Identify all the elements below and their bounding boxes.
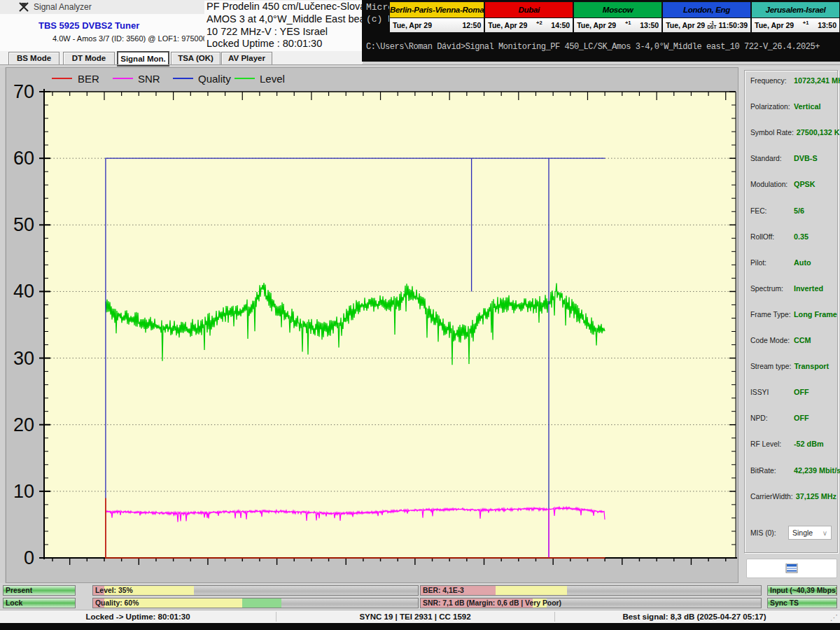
param-label: Stream type: — [750, 363, 791, 370]
clock-date: Tue, Apr 29 — [755, 21, 794, 29]
clock-jerusalem: Jerusalem-Israel Tue, Apr 29 +1 13:50 — [752, 2, 839, 32]
clock-date: Tue, Apr 29 — [393, 21, 432, 29]
svg-text:40: 40 — [13, 281, 34, 302]
clock-dubai: Dubai Tue, Apr 29 +2 14:50 — [485, 2, 574, 32]
clock-date: Tue, Apr 29 — [488, 21, 527, 29]
clock-berlin: Berlin-Paris-Vienna-Roma Tue, Apr 29 12:… — [390, 2, 485, 32]
param-value: Long Frame — [794, 310, 837, 318]
note-line: Locked Uptime : 80:01:30 — [206, 38, 363, 50]
param-value: Auto — [794, 258, 811, 267]
sync-ts-indicator: Sync TS — [767, 598, 837, 608]
svg-text:BER: BER — [78, 73, 99, 85]
clock-time-row: Tue, Apr 29 12:50 — [390, 18, 484, 32]
tab-dt-mode[interactable]: DT Mode — [63, 52, 115, 65]
app-icon — [19, 2, 29, 12]
param-row: Standard:DVB-S — [750, 154, 818, 162]
status-best-signal: Best signal: 8,3 dB (2025-04-27 05:17) — [554, 610, 834, 623]
window-title: Signal Analyzer — [34, 2, 92, 12]
param-label: FEC: — [750, 207, 791, 215]
status-uptime: Locked -> Uptime: 80:01:30 — [0, 610, 276, 623]
param-row: Stream type:Transport — [750, 362, 829, 370]
clock-dst-offset: -1DST — [707, 21, 716, 29]
clock-time: 13:50 — [640, 21, 659, 29]
param-label: BitRate: — [750, 467, 791, 475]
clock-time: 13:50 — [818, 21, 836, 29]
param-value: 37,125 MHz — [796, 492, 836, 500]
svg-text:Level: Level — [260, 73, 285, 85]
param-label: Symbol Rate: — [750, 129, 794, 136]
divider — [0, 64, 840, 65]
disk-icon — [785, 564, 798, 573]
clock-time: 14:50 — [551, 21, 570, 29]
param-value: 27500,132 KS/s — [797, 128, 840, 136]
param-label: Code Mode: — [750, 337, 791, 344]
param-label: NPD: — [750, 414, 791, 422]
param-label: CarrierWidth: — [750, 493, 793, 500]
clock-time-row: Tue, Apr 29 +1 13:50 — [752, 18, 839, 32]
svg-text:10: 10 — [13, 481, 34, 502]
param-value: 0.35 — [794, 232, 808, 241]
left-gutter — [0, 67, 6, 583]
param-label: Frequency: — [750, 77, 791, 85]
snapshot-button[interactable] — [746, 559, 837, 578]
param-row: Symbol Rate:27500,132 KS/s — [750, 128, 840, 136]
clock-offset: +1 — [803, 20, 809, 26]
tuner-name: TBS 5925 DVBS2 Tuner — [38, 20, 139, 31]
svg-text:Quality: Quality — [198, 73, 231, 85]
svg-text:50: 50 — [13, 214, 34, 235]
tab-bs-mode[interactable]: BS Mode — [8, 52, 59, 65]
clock-time-row: Tue, Apr 29 -1DST 11:50:39 — [663, 18, 750, 32]
param-value: Transport — [794, 362, 829, 370]
mis-label: MIS (0): — [750, 529, 788, 537]
signal-analyzer-screen: Signal Analyzer TBS 5925 DVBS2 Tuner 4.0… — [0, 0, 840, 630]
param-row: ISSYIOFF — [750, 388, 809, 396]
svg-text:SNR: SNR — [138, 73, 160, 85]
snr-bar: SNR: 7,1 dB (Margin: 0,6 dB | Very Poor) — [420, 598, 762, 608]
clock-time-row: Tue, Apr 29 +2 14:50 — [485, 18, 573, 32]
clock-moscow: Moscow Tue, Apr 29 +1 13:50 — [574, 2, 663, 32]
clock-offset: +2 — [536, 20, 542, 26]
clock-date: Tue, Apr 29 — [577, 21, 616, 29]
param-label: RollOff: — [750, 233, 791, 241]
param-value: DVB-S — [794, 154, 818, 162]
param-row: Frequency:10723,241 MHz — [750, 76, 840, 85]
present-indicator: Present — [3, 585, 76, 596]
param-label: ISSYI — [750, 388, 791, 396]
ber-bar: BER: 4,1E-3 — [420, 585, 762, 596]
param-label: RF Level: — [750, 440, 791, 448]
resize-grip-icon[interactable]: ⋰ — [830, 613, 838, 622]
param-value: Inverted — [794, 284, 823, 293]
param-value: QPSK — [794, 180, 816, 188]
mis-dropdown[interactable]: Single ∨ — [788, 526, 832, 540]
svg-text:0: 0 — [24, 547, 34, 568]
param-row: Pilot:Auto — [750, 258, 811, 267]
mis-row: MIS (0): Single ∨ — [750, 526, 833, 540]
tab-av-player[interactable]: AV Player — [221, 52, 272, 65]
input-indicator: Input (~40,39 Mbps) — [767, 585, 837, 596]
clock-city-header: Jerusalem-Israel — [752, 2, 839, 18]
param-row: Frame Type:Long Frame — [750, 310, 837, 318]
mis-selected-value: Single — [792, 528, 813, 537]
svg-text:60: 60 — [13, 148, 34, 169]
param-label: Modulation: — [750, 181, 791, 188]
terminal-prompt[interactable]: C:\Users\Roman Dávid>Signal Monitoring_P… — [366, 42, 820, 52]
parameter-panel: Frequency:10723,241 MHzPolarization:Vert… — [744, 70, 838, 553]
svg-text:30: 30 — [13, 348, 34, 369]
param-row: RollOff:0.35 — [750, 232, 808, 241]
clock-city-header: London, Eng — [663, 2, 750, 18]
tab-tsa[interactable]: TSA (OK) — [171, 52, 220, 65]
param-row: Polarization:Vertical — [750, 102, 820, 111]
param-row: CarrierWidth:37,125 MHz — [750, 492, 836, 500]
param-label: Pilot: — [750, 259, 791, 267]
note-line: AMOS 3 at 4,0°W_Middle East beam — [206, 13, 363, 26]
world-clock-widget: Berlin-Paris-Vienna-Roma Tue, Apr 29 12:… — [389, 1, 840, 33]
param-row: BitRate:42,239 Mbit/s — [750, 466, 840, 475]
status-bar: Locked -> Uptime: 80:01:30 SYNC 19 | TEI… — [0, 610, 840, 623]
param-value: OFF — [794, 414, 809, 422]
param-label: Standard: — [750, 155, 791, 162]
quality-bar: Quality: 60% — [92, 598, 419, 608]
param-value: 42,239 Mbit/s — [794, 466, 840, 475]
clock-offset: +1 — [625, 20, 631, 26]
signal-chart: 010203040506070BERSNRQualityLevel — [6, 68, 738, 582]
param-label: Spectrum: — [750, 285, 791, 293]
